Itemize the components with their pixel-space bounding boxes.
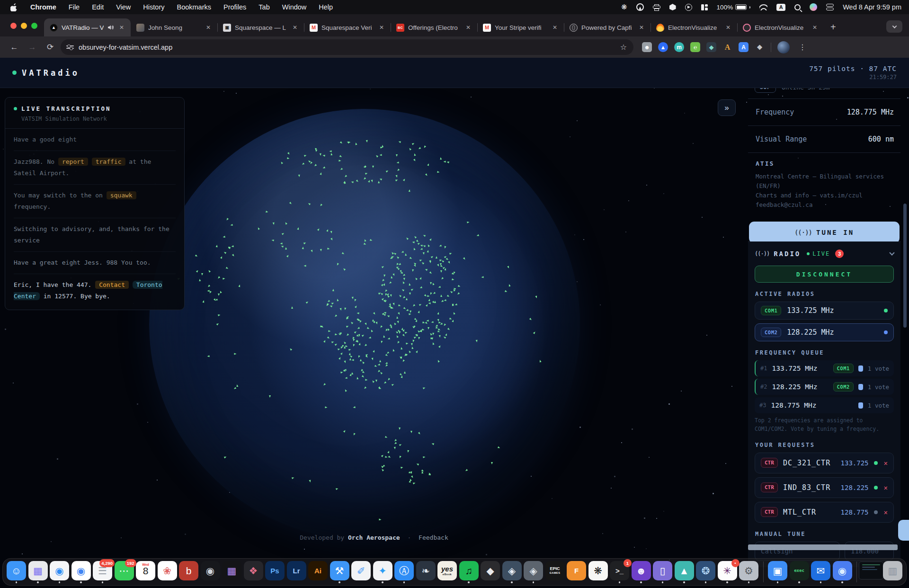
back-button[interactable]: ←: [7, 40, 22, 55]
site-settings-icon[interactable]: [66, 45, 74, 50]
tune-in-button[interactable]: ((·)) TUNE IN: [749, 222, 900, 241]
accessibility-extension-icon[interactable]: ☻: [642, 42, 652, 52]
unity-menubar-icon[interactable]: [669, 4, 676, 10]
manual-tune-button-clipped[interactable]: [898, 520, 909, 541]
close-window-button[interactable]: [10, 23, 17, 29]
reload-button[interactable]: ⟳: [43, 40, 58, 55]
tab-close-icon[interactable]: ✕: [811, 23, 819, 32]
address-bar[interactable]: obsurvey-for-vatsim.vercel.app ☆: [61, 39, 633, 55]
bookmark-star-icon[interactable]: ☆: [616, 43, 631, 52]
menu-file[interactable]: File: [62, 3, 86, 11]
dock-photos-icon[interactable]: ❀: [158, 561, 177, 580]
dock-finder-icon[interactable]: ☺: [7, 561, 26, 580]
extensions-puzzle-icon[interactable]: ❖: [755, 42, 765, 52]
tab-squarespace-verify[interactable]: M Squarespace Veri ✕: [304, 18, 391, 36]
dock-vscode-icon[interactable]: ✦: [373, 561, 392, 580]
dock-lightroom-icon[interactable]: Lr: [287, 561, 306, 580]
remove-request-icon[interactable]: ✕: [884, 484, 888, 491]
apple-menu-icon[interactable]: [10, 3, 18, 11]
globe-3d-view[interactable]: [149, 109, 580, 540]
dock-unity-hub-icon[interactable]: ◆: [481, 561, 500, 580]
dock-siri-remote-icon[interactable]: ◉: [833, 561, 852, 580]
dock-chrome-icon[interactable]: ◉: [71, 561, 91, 580]
dock-remote-icon[interactable]: ▯: [653, 561, 672, 580]
dock-terminal-icon[interactable]: >_1: [610, 561, 629, 580]
panel-scrollbar-horizontal[interactable]: [748, 544, 898, 550]
forward-button[interactable]: →: [25, 40, 40, 55]
tab-electronvisualizer-1[interactable]: ElectronVisualize ✕: [651, 18, 737, 36]
keyword-chip[interactable]: report: [58, 158, 88, 166]
profile-avatar[interactable]: [777, 41, 790, 53]
vote-thumb-icon[interactable]: [858, 365, 863, 372]
control-center-icon[interactable]: [826, 4, 834, 10]
tab-close-icon[interactable]: ✕: [291, 23, 299, 32]
tab-close-icon[interactable]: ✕: [377, 23, 386, 32]
nordvpn-menubar-icon[interactable]: [636, 3, 644, 11]
remove-request-icon[interactable]: ✕: [884, 459, 888, 467]
dock-davinci-resolve-icon[interactable]: ❖: [244, 561, 263, 580]
dock-unity-alt-icon[interactable]: ◈: [524, 561, 543, 580]
request-row-mtl[interactable]: CTR MTL_CTR 128.775 ✕: [755, 502, 894, 523]
tab-close-icon[interactable]: ✕: [464, 23, 472, 32]
dock-kindle-icon[interactable]: ❧: [416, 561, 436, 580]
dock-photoshop-icon[interactable]: Ps: [265, 561, 285, 580]
dock-fusion-360-icon[interactable]: F: [567, 561, 586, 580]
disconnect-button[interactable]: DISCONNECT: [755, 266, 894, 283]
dock-final-cut-pro-icon[interactable]: ▦: [222, 561, 241, 580]
nordvpn-extension-icon[interactable]: ▲: [658, 42, 668, 52]
dock-xcode-compass-icon[interactable]: ✐: [351, 561, 371, 580]
tab-powered-by-capfi[interactable]: Powered by Capfi ✕: [564, 18, 651, 36]
dock-epic-games-icon[interactable]: EPICGAMES: [545, 561, 565, 580]
dock-calendar-icon[interactable]: Wed8: [136, 561, 155, 580]
chat-assistant-extension-icon[interactable]: ◆: [706, 42, 716, 52]
dock-spotify-icon[interactable]: ♫: [459, 561, 479, 580]
menu-bookmarks[interactable]: Bookmarks: [170, 3, 217, 11]
tab-stripe-verification[interactable]: M Your Stripe verifi ✕: [477, 18, 564, 36]
tab-close-icon[interactable]: ✕: [637, 23, 646, 32]
dock-messages-icon[interactable]: ⋯192: [115, 561, 134, 580]
input-source-icon[interactable]: A: [776, 4, 785, 11]
vote-thumb-icon[interactable]: [858, 384, 863, 390]
dock-exec-icon[interactable]: exec: [790, 561, 809, 580]
zoom-window-button[interactable]: [31, 23, 37, 29]
dock-slack-icon[interactable]: ✳•: [718, 561, 737, 580]
new-tab-button[interactable]: +: [824, 22, 843, 36]
playback-menubar-icon[interactable]: [685, 4, 692, 11]
tab-close-icon[interactable]: ✕: [204, 23, 213, 32]
dock-safari-icon[interactable]: ◉: [50, 561, 69, 580]
remove-request-icon[interactable]: ✕: [884, 508, 888, 516]
spotlight-search-icon[interactable]: [794, 4, 801, 10]
menu-chrome[interactable]: Chrome: [24, 3, 62, 11]
url-text[interactable]: obsurvey-for-vatsim.vercel.app: [79, 44, 612, 51]
tab-vatradio[interactable]: ▲ VATRadio — V ✕: [44, 18, 131, 36]
dock-nordvpn-icon[interactable]: ▲: [675, 561, 694, 580]
active-radio-com2[interactable]: COM2 128.225 MHz: [755, 323, 894, 341]
dock-aperture-icon[interactable]: ❂: [696, 561, 715, 580]
queue-row-3[interactable]: #3 128.775 MHz 1 vote: [755, 397, 894, 413]
dock-github-desktop-icon[interactable]: ☻: [632, 561, 651, 580]
request-row-ind83[interactable]: CTR IND_83_CTR 128.225 ✕: [755, 477, 894, 498]
dock-launchpad-icon[interactable]: ▦: [28, 561, 48, 580]
dock-trash-icon[interactable]: ▥: [883, 561, 902, 580]
queue-row-2[interactable]: #2 128.225 MHz COM2 1 vote: [755, 379, 894, 395]
dock-app-store-icon[interactable]: Ⓐ: [394, 561, 414, 580]
active-radio-com1[interactable]: COM1 133.725 MHz: [755, 302, 894, 320]
dock-illustrator-icon[interactable]: Ai: [308, 561, 328, 580]
dock-system-settings-icon[interactable]: ⚙: [739, 561, 758, 580]
keyword-chip[interactable]: Contact: [95, 281, 129, 289]
panel-scrollbar-thumb[interactable]: [903, 204, 907, 328]
dock-screens-icon[interactable]: ▣: [768, 561, 787, 580]
dock-mail-icon[interactable]: ✉: [811, 561, 830, 580]
wifi-icon[interactable]: [759, 4, 767, 10]
menu-window[interactable]: Window: [276, 3, 313, 11]
a-reader-extension-icon[interactable]: A: [722, 42, 732, 52]
tab-close-icon[interactable]: ✕: [551, 23, 559, 32]
m-extension-icon[interactable]: m: [674, 42, 684, 52]
tab-electronvisualizer-2[interactable]: ElectronVisualize ✕: [737, 18, 824, 36]
menu-edit[interactable]: Edit: [86, 3, 110, 11]
dock-bear-icon[interactable]: b: [179, 561, 198, 580]
tab-john-seong[interactable]: John Seong ✕: [131, 18, 217, 36]
siri-icon[interactable]: [810, 3, 817, 11]
feedback-link[interactable]: Feedback: [419, 534, 448, 541]
menubar-clock[interactable]: Wed 8 Apr 9:59 pm: [843, 3, 901, 11]
